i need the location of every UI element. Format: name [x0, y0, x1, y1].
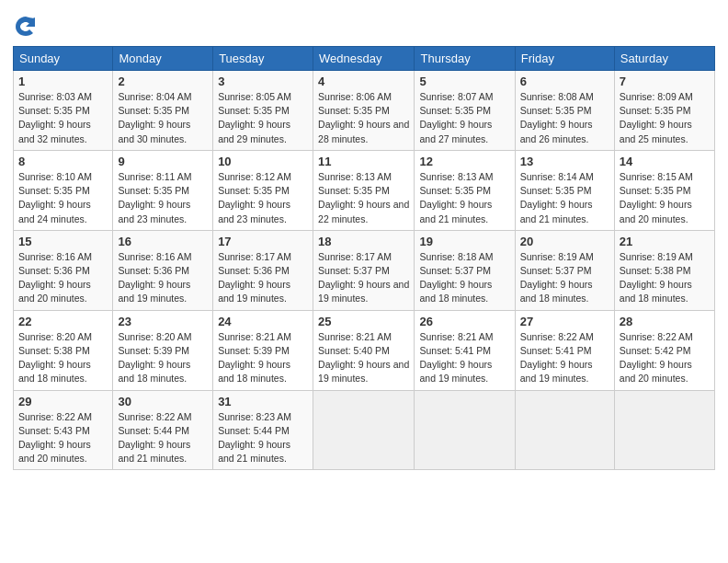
- calendar-cell: 21 Sunrise: 8:19 AMSunset: 5:38 PMDaylig…: [614, 230, 714, 310]
- calendar-cell: 25 Sunrise: 8:21 AMSunset: 5:40 PMDaylig…: [313, 310, 415, 390]
- calendar-cell: [415, 390, 515, 470]
- calendar-cell: 8 Sunrise: 8:10 AMSunset: 5:35 PMDayligh…: [14, 150, 113, 230]
- day-number: 30: [118, 395, 208, 408]
- day-detail: Sunrise: 8:06 AMSunset: 5:35 PMDaylight:…: [318, 91, 409, 144]
- calendar-cell: 14 Sunrise: 8:15 AMSunset: 5:35 PMDaylig…: [614, 150, 714, 230]
- day-number: 2: [118, 75, 208, 88]
- day-detail: Sunrise: 8:18 AMSunset: 5:37 PMDaylight:…: [419, 251, 493, 304]
- day-number: 27: [520, 315, 609, 328]
- calendar-cell: 27 Sunrise: 8:22 AMSunset: 5:41 PMDaylig…: [515, 310, 614, 390]
- calendar-cell: 19 Sunrise: 8:18 AMSunset: 5:37 PMDaylig…: [415, 230, 515, 310]
- day-number: 9: [118, 155, 208, 168]
- calendar-cell: 23 Sunrise: 8:20 AMSunset: 5:39 PMDaylig…: [113, 310, 213, 390]
- day-detail: Sunrise: 8:05 AMSunset: 5:35 PMDaylight:…: [218, 91, 291, 144]
- calendar-cell: 13 Sunrise: 8:14 AMSunset: 5:35 PMDaylig…: [515, 150, 614, 230]
- day-detail: Sunrise: 8:09 AMSunset: 5:35 PMDaylight:…: [620, 91, 693, 144]
- day-number: 29: [18, 395, 108, 408]
- calendar-cell: 24 Sunrise: 8:21 AMSunset: 5:39 PMDaylig…: [213, 310, 313, 390]
- day-detail: Sunrise: 8:04 AMSunset: 5:35 PMDaylight:…: [118, 91, 191, 144]
- page-header: [13, 9, 715, 39]
- logo-icon: [13, 13, 39, 39]
- day-number: 17: [218, 235, 308, 248]
- calendar-table: SundayMondayTuesdayWednesdayThursdayFrid…: [13, 46, 715, 470]
- day-number: 20: [520, 235, 609, 248]
- day-number: 8: [18, 155, 108, 168]
- day-detail: Sunrise: 8:12 AMSunset: 5:35 PMDaylight:…: [218, 171, 291, 224]
- calendar-cell: 3 Sunrise: 8:05 AMSunset: 5:35 PMDayligh…: [213, 71, 313, 151]
- day-detail: Sunrise: 8:19 AMSunset: 5:38 PMDaylight:…: [620, 251, 693, 304]
- calendar-cell: 9 Sunrise: 8:11 AMSunset: 5:35 PMDayligh…: [113, 150, 213, 230]
- day-detail: Sunrise: 8:21 AMSunset: 5:41 PMDaylight:…: [419, 331, 493, 385]
- calendar-cell: 10 Sunrise: 8:12 AMSunset: 5:35 PMDaylig…: [213, 150, 313, 230]
- calendar-cell: 18 Sunrise: 8:17 AMSunset: 5:37 PMDaylig…: [313, 230, 415, 310]
- day-number: 4: [318, 75, 409, 88]
- day-detail: Sunrise: 8:19 AMSunset: 5:37 PMDaylight:…: [520, 251, 594, 304]
- day-detail: Sunrise: 8:23 AMSunset: 5:44 PMDaylight:…: [218, 411, 291, 465]
- day-detail: Sunrise: 8:21 AMSunset: 5:40 PMDaylight:…: [318, 331, 409, 385]
- day-number: 15: [18, 235, 108, 248]
- day-detail: Sunrise: 8:20 AMSunset: 5:38 PMDaylight:…: [18, 331, 92, 385]
- day-number: 26: [419, 315, 509, 328]
- day-detail: Sunrise: 8:15 AMSunset: 5:35 PMDaylight:…: [620, 171, 693, 224]
- calendar-cell: 28 Sunrise: 8:22 AMSunset: 5:42 PMDaylig…: [614, 310, 714, 390]
- day-detail: Sunrise: 8:11 AMSunset: 5:35 PMDaylight:…: [118, 171, 191, 224]
- day-detail: Sunrise: 8:17 AMSunset: 5:37 PMDaylight:…: [318, 251, 409, 304]
- day-detail: Sunrise: 8:21 AMSunset: 5:39 PMDaylight:…: [218, 331, 291, 385]
- logo: [13, 13, 42, 39]
- day-number: 12: [419, 155, 509, 168]
- calendar-cell: 11 Sunrise: 8:13 AMSunset: 5:35 PMDaylig…: [313, 150, 415, 230]
- calendar-cell: 22 Sunrise: 8:20 AMSunset: 5:38 PMDaylig…: [14, 310, 113, 390]
- weekday-header-monday: Monday: [113, 47, 213, 71]
- day-detail: Sunrise: 8:22 AMSunset: 5:41 PMDaylight:…: [520, 331, 594, 385]
- calendar-cell: 5 Sunrise: 8:07 AMSunset: 5:35 PMDayligh…: [415, 71, 515, 151]
- day-detail: Sunrise: 8:08 AMSunset: 5:35 PMDaylight:…: [520, 91, 594, 144]
- calendar-cell: 12 Sunrise: 8:13 AMSunset: 5:35 PMDaylig…: [415, 150, 515, 230]
- day-detail: Sunrise: 8:17 AMSunset: 5:36 PMDaylight:…: [218, 251, 291, 304]
- day-number: 16: [118, 235, 208, 248]
- day-number: 19: [419, 235, 509, 248]
- page-container: SundayMondayTuesdayWednesdayThursdayFrid…: [0, 0, 728, 479]
- day-number: 1: [18, 75, 108, 88]
- calendar-cell: 15 Sunrise: 8:16 AMSunset: 5:36 PMDaylig…: [14, 230, 113, 310]
- day-number: 7: [620, 75, 710, 88]
- weekday-header-sunday: Sunday: [14, 47, 113, 71]
- day-detail: Sunrise: 8:20 AMSunset: 5:39 PMDaylight:…: [118, 331, 191, 385]
- calendar-cell: 29 Sunrise: 8:22 AMSunset: 5:43 PMDaylig…: [14, 390, 113, 470]
- day-detail: Sunrise: 8:22 AMSunset: 5:43 PMDaylight:…: [18, 411, 92, 465]
- calendar-cell: 2 Sunrise: 8:04 AMSunset: 5:35 PMDayligh…: [113, 71, 213, 151]
- weekday-header-tuesday: Tuesday: [213, 47, 313, 71]
- day-detail: Sunrise: 8:10 AMSunset: 5:35 PMDaylight:…: [18, 171, 92, 224]
- day-number: 6: [520, 75, 609, 88]
- day-number: 31: [218, 395, 308, 408]
- weekday-header-wednesday: Wednesday: [313, 47, 415, 71]
- day-number: 23: [118, 315, 208, 328]
- day-number: 5: [419, 75, 509, 88]
- day-detail: Sunrise: 8:22 AMSunset: 5:44 PMDaylight:…: [118, 411, 191, 465]
- day-detail: Sunrise: 8:22 AMSunset: 5:42 PMDaylight:…: [620, 331, 693, 385]
- calendar-cell: 31 Sunrise: 8:23 AMSunset: 5:44 PMDaylig…: [213, 390, 313, 470]
- day-number: 25: [318, 315, 409, 328]
- day-number: 28: [620, 315, 710, 328]
- day-detail: Sunrise: 8:13 AMSunset: 5:35 PMDaylight:…: [318, 171, 409, 224]
- day-detail: Sunrise: 8:16 AMSunset: 5:36 PMDaylight:…: [118, 251, 191, 304]
- weekday-header-saturday: Saturday: [614, 47, 714, 71]
- calendar-cell: 7 Sunrise: 8:09 AMSunset: 5:35 PMDayligh…: [614, 71, 714, 151]
- calendar-cell: [614, 390, 714, 470]
- calendar-cell: 20 Sunrise: 8:19 AMSunset: 5:37 PMDaylig…: [515, 230, 614, 310]
- calendar-cell: 17 Sunrise: 8:17 AMSunset: 5:36 PMDaylig…: [213, 230, 313, 310]
- calendar-cell: 30 Sunrise: 8:22 AMSunset: 5:44 PMDaylig…: [113, 390, 213, 470]
- weekday-header-friday: Friday: [515, 47, 614, 71]
- day-number: 18: [318, 235, 409, 248]
- day-detail: Sunrise: 8:16 AMSunset: 5:36 PMDaylight:…: [18, 251, 92, 304]
- day-detail: Sunrise: 8:03 AMSunset: 5:35 PMDaylight:…: [18, 91, 92, 144]
- day-number: 10: [218, 155, 308, 168]
- day-number: 24: [218, 315, 308, 328]
- day-number: 21: [620, 235, 710, 248]
- calendar-cell: 26 Sunrise: 8:21 AMSunset: 5:41 PMDaylig…: [415, 310, 515, 390]
- weekday-header-thursday: Thursday: [415, 47, 515, 71]
- calendar-cell: 1 Sunrise: 8:03 AMSunset: 5:35 PMDayligh…: [14, 71, 113, 151]
- calendar-cell: [515, 390, 614, 470]
- calendar-cell: 6 Sunrise: 8:08 AMSunset: 5:35 PMDayligh…: [515, 71, 614, 151]
- day-number: 3: [218, 75, 308, 88]
- day-number: 22: [18, 315, 108, 328]
